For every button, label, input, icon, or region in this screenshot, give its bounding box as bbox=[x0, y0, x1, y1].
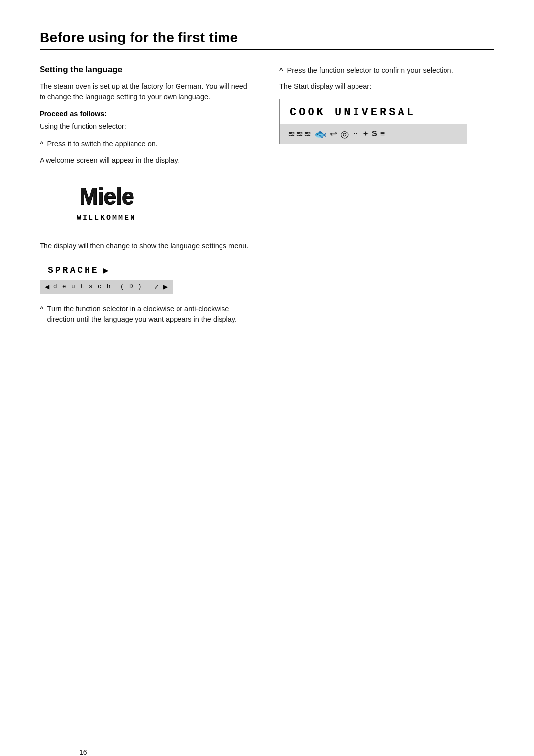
mode-icon: ↩ bbox=[330, 129, 337, 139]
willkommen-text: WILLKOMMEN bbox=[40, 214, 173, 231]
proceed-heading: Proceed as follows: bbox=[40, 110, 255, 118]
food-icon: 🐟 bbox=[314, 128, 327, 140]
function-selector-label: Using the function selector: bbox=[40, 121, 255, 132]
menu-icon: ≡ bbox=[380, 130, 385, 138]
steam-icon: ≋≋≋ bbox=[288, 129, 312, 139]
bullet-text-1: Press it to switch the appliance on. bbox=[47, 138, 158, 149]
right-column: ^ Press the function selector to confirm… bbox=[279, 65, 494, 330]
caret-icon-3: ^ bbox=[279, 65, 283, 75]
cook-universal-label: COOK UNIVERSAL bbox=[280, 99, 467, 124]
cook-universal-display-box: COOK UNIVERSAL ≋≋≋ 🐟 ↩ ◎ 〰 ✦ S bbox=[279, 99, 467, 144]
miele-logo-area: Miele bbox=[40, 173, 173, 214]
sprache-left-arrow-icon: ◀ bbox=[45, 283, 49, 290]
two-column-layout: Setting the language The steam oven is s… bbox=[40, 65, 494, 330]
left-column: Setting the language The steam oven is s… bbox=[40, 65, 255, 330]
caret-icon-1: ^ bbox=[40, 139, 44, 149]
dial-icon: ◎ bbox=[340, 128, 349, 140]
bullet-item-1: ^ Press it to switch the appliance on. bbox=[40, 138, 255, 149]
sprache-display-box: SPRACHE ▶ ◀ d e u t s c h ( D ) ✓ ▶ bbox=[40, 259, 173, 294]
sprache-header: SPRACHE ▶ bbox=[40, 259, 173, 280]
page-number: 16 bbox=[79, 748, 87, 756]
s-icon: S bbox=[372, 130, 377, 138]
sprache-row: ◀ d e u t s c h ( D ) ✓ ▶ bbox=[40, 280, 173, 294]
miele-display-box: Miele WILLKOMMEN bbox=[40, 173, 173, 231]
section-heading: Setting the language bbox=[40, 65, 255, 75]
bullet-item-2: ^ Turn the function selector in a clockw… bbox=[40, 303, 255, 325]
sprache-label: SPRACHE bbox=[48, 266, 99, 275]
language-menu-text: The display will then change to show the… bbox=[40, 240, 255, 251]
title-divider bbox=[40, 49, 494, 50]
star-icon: ✦ bbox=[362, 129, 369, 138]
start-display-text: The Start display will appear: bbox=[279, 81, 494, 91]
bullet-text-2: Turn the function selector in a clockwis… bbox=[47, 303, 255, 325]
page-wrapper: Before using for the first time Setting … bbox=[40, 30, 494, 756]
caret-icon-2: ^ bbox=[40, 304, 44, 313]
confirm-bullet-text: Press the function selector to confirm y… bbox=[287, 65, 453, 76]
intro-text: The steam oven is set up at the factory … bbox=[40, 81, 255, 103]
sprache-deutsch-text: d e u t s c h ( D ) bbox=[53, 283, 152, 290]
cook-icons-row: ≋≋≋ 🐟 ↩ ◎ 〰 ✦ S ≡ bbox=[280, 124, 467, 144]
sprache-checkmark-icon: ✓ bbox=[154, 283, 159, 291]
sprache-right-arrow-icon: ▶ bbox=[163, 283, 168, 290]
sprache-cursor-icon: ▶ bbox=[103, 265, 111, 276]
welcome-text: A welcome screen will appear in the disp… bbox=[40, 155, 255, 166]
miele-logo: Miele bbox=[79, 183, 134, 210]
page-title: Before using for the first time bbox=[40, 30, 494, 45]
confirm-bullet-item: ^ Press the function selector to confirm… bbox=[279, 65, 494, 76]
wave-small-icon: 〰 bbox=[352, 130, 359, 138]
